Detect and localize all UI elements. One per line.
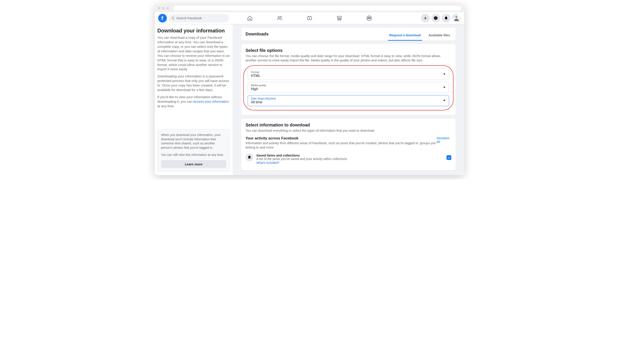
item-checkbox[interactable] — [447, 155, 451, 160]
media-label: Media quality — [251, 84, 446, 87]
whats-included-link[interactable]: What's included? — [256, 161, 279, 165]
check-icon — [447, 156, 450, 159]
marketplace-icon — [337, 15, 342, 21]
svg-point-6 — [370, 17, 370, 18]
format-label: Format — [251, 71, 446, 74]
facebook-logo[interactable] — [158, 14, 167, 23]
messenger-icon — [434, 16, 438, 20]
svg-point-7 — [455, 16, 458, 18]
tab-available-files[interactable]: Available files — [427, 30, 451, 41]
svg-point-1 — [280, 16, 281, 17]
sidebar-p1: You can download a copy of your Facebook… — [157, 35, 230, 71]
info-box-p1: When you download your information, your… — [161, 133, 226, 150]
select-info-card: Select information to download You can d… — [241, 119, 456, 170]
plus-icon — [423, 16, 427, 20]
body-area: Download your information You can downlo… — [155, 24, 464, 175]
notifications-button[interactable] — [442, 14, 450, 23]
tabs: Request a download Available files — [388, 30, 451, 41]
window-min-dot[interactable] — [162, 7, 165, 10]
watch-icon — [307, 15, 312, 21]
nav-watch[interactable] — [295, 13, 324, 23]
header-right-controls — [421, 14, 461, 23]
bookmark-icon-wrap — [246, 154, 253, 161]
url-bar[interactable] — [173, 6, 461, 11]
highlight-ring: Format HTML Media quality High Date rang… — [243, 65, 453, 111]
sidebar-info-box: When you download your information, your… — [157, 129, 230, 172]
bell-icon — [444, 16, 448, 20]
date-range-select[interactable]: Date range (required) All time — [248, 95, 449, 106]
main-content: Downloads Request a download Available f… — [233, 24, 464, 175]
center-nav — [236, 13, 383, 23]
nav-groups[interactable] — [355, 13, 383, 23]
messenger-button[interactable] — [431, 14, 440, 23]
media-value: High — [251, 87, 258, 91]
deselect-all-link[interactable]: Deselect all — [436, 136, 451, 143]
learn-more-button[interactable]: Learn more — [161, 160, 226, 168]
item-desc: A list of the posts you've saved and you… — [256, 157, 444, 161]
date-value: All time — [251, 100, 262, 104]
select-info-title: Select information to download — [246, 123, 451, 127]
file-options-card: Select file options You can choose the f… — [241, 44, 456, 115]
chevron-down-icon — [443, 87, 445, 88]
access-info-link[interactable]: Access your information — [193, 100, 229, 103]
sidebar: Download your information You can downlo… — [155, 24, 233, 175]
sidebar-title: Download your information — [157, 28, 230, 34]
svg-point-0 — [278, 16, 280, 18]
sidebar-p2: Downloading your information is a passwo… — [157, 74, 230, 92]
avatar-icon — [453, 15, 460, 22]
nav-marketplace[interactable] — [325, 13, 353, 23]
search-icon — [171, 16, 175, 20]
svg-point-4 — [369, 17, 370, 18]
search-placeholder: Search Facebook — [176, 16, 202, 20]
chevron-down-icon — [443, 73, 445, 75]
select-info-desc: You can download everything or select th… — [246, 128, 451, 133]
saved-items-row: Saved items and collections A list of th… — [246, 152, 451, 167]
svg-point-3 — [367, 16, 372, 21]
tab-request-download[interactable]: Request a download — [388, 30, 422, 41]
activity-desc: Information and activity from different … — [246, 141, 436, 150]
page-title: Downloads — [246, 31, 269, 40]
groups-icon — [366, 15, 372, 21]
chevron-down-icon — [443, 100, 445, 101]
file-options-desc: You can choose the file format, media qu… — [246, 54, 451, 63]
svg-point-5 — [368, 17, 368, 18]
browser-window: Search Facebook — [155, 4, 464, 175]
format-select[interactable]: Format HTML — [248, 69, 449, 80]
nav-friends[interactable] — [266, 13, 294, 23]
activity-heading: Your activity across Facebook — [246, 136, 436, 140]
friends-icon — [277, 15, 282, 21]
downloads-header-card: Downloads Request a download Available f… — [241, 28, 456, 41]
bookmark-icon — [247, 155, 251, 159]
facebook-header: Search Facebook — [155, 12, 464, 24]
create-button[interactable] — [421, 14, 430, 23]
info-box-p2: You can still view this information at a… — [161, 153, 226, 157]
item-title: Saved items and collections — [256, 154, 444, 157]
media-quality-select[interactable]: Media quality High — [248, 82, 449, 93]
browser-chrome — [155, 4, 464, 12]
format-value: HTML — [251, 74, 260, 78]
nav-home[interactable] — [236, 13, 264, 23]
window-max-dot[interactable] — [167, 7, 169, 10]
search-box[interactable]: Search Facebook — [169, 14, 229, 23]
file-options-title: Select file options — [246, 48, 451, 53]
date-label: Date range (required) — [251, 97, 446, 100]
home-icon — [247, 15, 253, 21]
profile-avatar[interactable] — [452, 14, 461, 23]
sidebar-p3: If you'd like to view your information w… — [157, 95, 230, 109]
window-close-dot[interactable] — [158, 7, 160, 10]
